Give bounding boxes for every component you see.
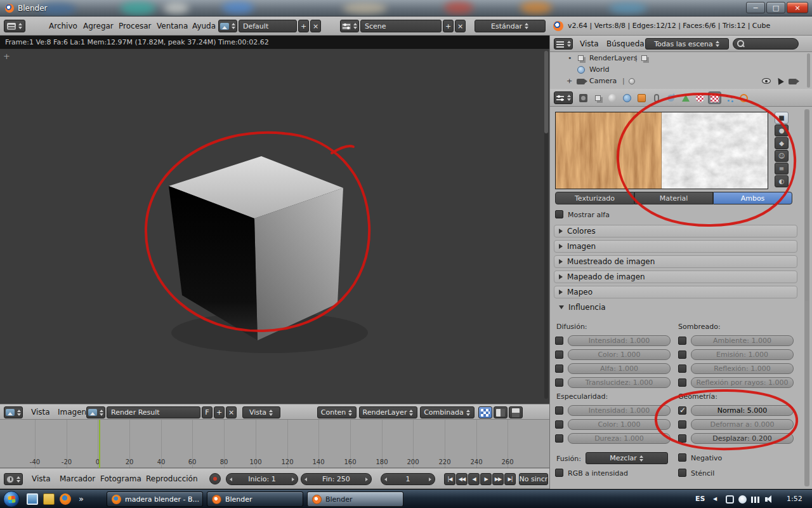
tab-physics[interactable] — [737, 91, 750, 104]
language-indicator[interactable]: ES — [695, 490, 705, 508]
outliner-item-camera[interactable]: Camera — [589, 77, 617, 85]
tab-material[interactable] — [693, 91, 707, 104]
tray-update-icon[interactable] — [738, 495, 747, 504]
properties-scrollbar-thumb[interactable] — [805, 110, 809, 301]
shading-raymirror-checkbox[interactable] — [678, 378, 686, 387]
image-slot-select[interactable]: Conten — [317, 406, 357, 418]
diffuse-alpha-slider[interactable]: Alfa: 1.000 — [568, 363, 671, 374]
zbuffer-toggle[interactable] — [509, 406, 523, 418]
screen-layout-delete-button[interactable]: × — [310, 20, 321, 32]
render-pass-select[interactable]: Combinada — [420, 406, 475, 418]
image-browse-button[interactable] — [86, 406, 105, 418]
diffuse-intensity-slider[interactable]: Intensidad: 1.000 — [568, 335, 671, 346]
frame-start-field[interactable]: Inicio: 1 — [226, 473, 298, 485]
scene-field[interactable]: Scene — [360, 20, 442, 32]
screen-layout-browse-button[interactable] — [218, 20, 237, 32]
sync-mode-select[interactable]: No sincr — [519, 473, 548, 485]
visibility-eye-icon[interactable] — [762, 78, 771, 84]
outliner-scrollbar[interactable] — [807, 53, 810, 88]
tray-network-icon[interactable] — [751, 497, 759, 503]
tab-world[interactable] — [620, 91, 634, 104]
diffuse-translucency-checkbox[interactable] — [555, 378, 563, 387]
specular-intensity-slider[interactable]: Intensidad: 1.000 — [568, 405, 671, 416]
panel-influencia[interactable]: Influencia — [554, 301, 797, 314]
maximize-button[interactable]: □ — [766, 2, 785, 13]
show-alpha-checkbox[interactable] — [555, 210, 563, 218]
specular-hardness-checkbox[interactable] — [555, 434, 563, 443]
panel-mapeado[interactable]: Mapeado de imagen — [554, 271, 797, 283]
preview-sky-button[interactable]: ◐ — [775, 175, 789, 187]
outliner-menu-busqueda[interactable]: Búsqueda — [603, 36, 648, 52]
close-button[interactable]: × — [787, 2, 808, 13]
outliner-item-renderlayers[interactable]: RenderLayers — [589, 54, 638, 62]
editor-type-button-outliner[interactable] — [554, 38, 573, 50]
timeline-menu-reproduccion[interactable]: Reproducción — [143, 469, 200, 490]
shading-emit-checkbox[interactable] — [678, 351, 686, 359]
shading-raymirror-slider[interactable]: Reflexión por rayos: 1.000 — [691, 377, 794, 388]
record-button[interactable] — [209, 473, 221, 485]
taskbar-button-firefox[interactable]: madera blender - B... — [107, 491, 203, 507]
menu-ventana[interactable]: Ventana — [154, 17, 191, 36]
minimize-button[interactable]: ─ — [746, 2, 765, 13]
play-reverse-button[interactable]: ◀ — [468, 473, 480, 485]
geometry-normal-slider[interactable]: Normal: 5.000 — [691, 405, 794, 416]
jump-to-start-button[interactable]: |◀ — [444, 473, 455, 485]
screen-layout-field[interactable]: Default — [239, 20, 297, 32]
quicklaunch-overflow-chevron[interactable]: » — [79, 490, 84, 508]
image-datablock-field[interactable]: Render Result — [107, 406, 200, 418]
selectability-cursor-icon[interactable] — [775, 76, 784, 85]
preview-monkey-button[interactable]: ☺ — [775, 150, 789, 162]
taskbar-button-blender-2[interactable]: Blender — [307, 491, 403, 507]
preview-flat-button[interactable]: ■ — [775, 112, 789, 124]
tab-scene[interactable] — [606, 91, 619, 104]
scene-delete-button[interactable]: × — [455, 20, 466, 32]
image-display-select[interactable]: Vista — [242, 406, 280, 418]
render-layer-select[interactable]: RenderLayer — [359, 406, 417, 418]
specular-intensity-checkbox[interactable] — [555, 406, 563, 415]
viewport-scrollbar-thumb[interactable] — [544, 51, 548, 133]
preview-mode-material[interactable]: Material — [634, 192, 713, 204]
quicklaunch-firefox-icon[interactable] — [60, 493, 71, 505]
preview-mode-texturizado[interactable]: Texturizado — [555, 192, 634, 204]
preview-strands-button[interactable]: ≡ — [775, 163, 789, 175]
shading-ambient-slider[interactable]: Ambiente: 1.000 — [691, 335, 794, 346]
specular-color-slider[interactable]: Color: 1.000 — [568, 419, 671, 430]
timeline-menu-fotograma[interactable]: Fotograma — [98, 469, 144, 490]
tab-texture[interactable] — [708, 91, 721, 104]
quicklaunch-explorer-icon[interactable] — [43, 493, 55, 505]
fake-user-button[interactable]: F — [202, 406, 213, 418]
menu-procesar[interactable]: Procesar — [115, 17, 155, 36]
region-expand-icon[interactable]: + — [3, 51, 10, 61]
menu-agregar[interactable]: Agregar — [80, 17, 117, 36]
image-unlink-button[interactable]: × — [226, 406, 237, 418]
previous-keyframe-button[interactable]: ◀◀ — [456, 473, 468, 485]
geometry-warp-checkbox[interactable] — [678, 420, 686, 429]
timeline-ruler[interactable]: -40 -20 0 20 40 60 80 100 120 140 160 18… — [0, 420, 549, 468]
tray-volume-icon[interactable] — [765, 495, 773, 504]
timeline-menu-marcador[interactable]: Marcador — [57, 469, 98, 490]
rgb-to-intensity-checkbox[interactable] — [555, 469, 563, 477]
negative-checkbox[interactable] — [678, 453, 686, 462]
image-menu-vista[interactable]: Vista — [28, 404, 53, 420]
tab-render[interactable] — [577, 91, 590, 104]
image-menu-imagen[interactable]: Imagen — [55, 404, 89, 420]
panel-colores[interactable]: Colores — [554, 225, 797, 237]
play-button[interactable]: ▶ — [480, 473, 492, 485]
alpha-checker-toggle[interactable] — [478, 406, 492, 418]
panel-muestreado[interactable]: Muestreado de imagen — [554, 255, 797, 268]
editor-type-button-info[interactable] — [4, 20, 25, 32]
diffuse-translucency-slider[interactable]: Translucidez: 1.000 — [568, 377, 671, 388]
diffuse-intensity-checkbox[interactable] — [555, 337, 563, 345]
stencil-checkbox[interactable] — [678, 469, 686, 477]
outliner-search-input[interactable] — [733, 38, 799, 50]
tab-constraints[interactable] — [650, 91, 663, 104]
outliner-item-world[interactable]: World — [589, 65, 610, 74]
outliner-menu-vista[interactable]: Vista — [577, 36, 602, 52]
tab-particles[interactable] — [723, 91, 736, 104]
expand-icon[interactable]: + — [566, 77, 572, 85]
current-frame-line[interactable] — [99, 420, 100, 468]
editor-type-button-image[interactable] — [4, 406, 23, 418]
outliner-display-mode-select[interactable]: Todas las escena — [645, 38, 729, 50]
preview-cube-button[interactable]: ◆ — [775, 137, 789, 149]
geometry-normal-checkbox[interactable] — [678, 406, 686, 415]
